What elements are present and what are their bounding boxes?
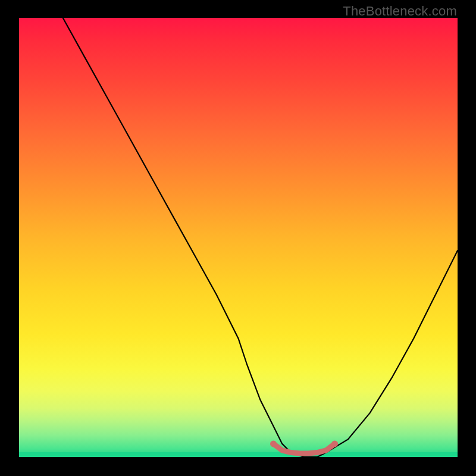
bottleneck-curve — [63, 18, 458, 457]
chart-frame: TheBottleneck.com — [0, 0, 476, 476]
attribution-text: TheBottleneck.com — [343, 4, 457, 19]
curve-svg — [19, 18, 458, 457]
optimal-end-dot — [331, 440, 338, 447]
plot-area — [19, 18, 458, 457]
optimal-start-dot — [270, 440, 277, 447]
optimal-flat-region — [274, 444, 335, 453]
